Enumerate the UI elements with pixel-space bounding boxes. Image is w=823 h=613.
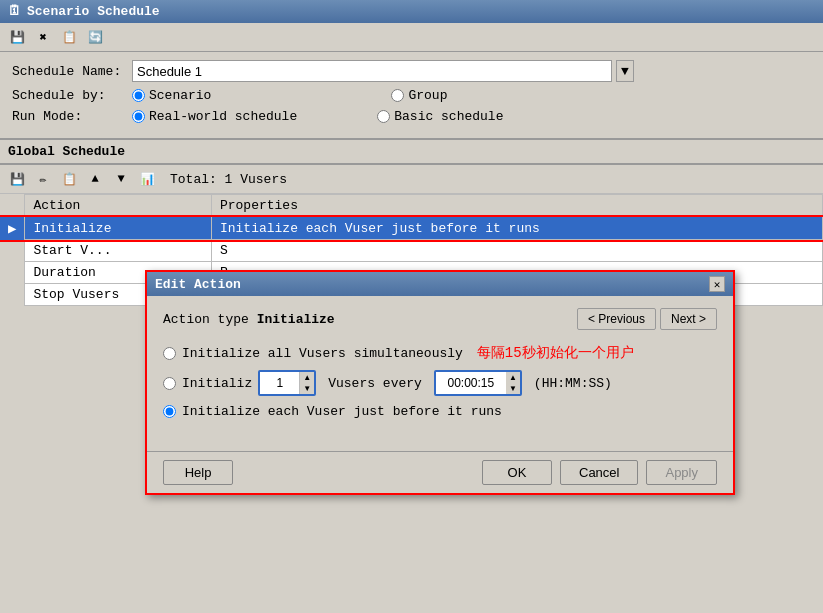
run-mode-basic: Basic schedule xyxy=(377,109,503,124)
edit-action-dialog: Edit Action ✕ Action type Initialize < P… xyxy=(145,270,735,495)
delete-icon[interactable]: ✖ xyxy=(32,26,54,48)
ok-button[interactable]: OK xyxy=(482,460,552,485)
next-button[interactable]: Next > xyxy=(660,308,717,330)
window-icon: 🗓 xyxy=(8,4,21,19)
run-mode-real-world: Real-world schedule xyxy=(132,109,297,124)
option-interval-label-prefix: Initializ xyxy=(182,376,252,391)
col-header-action: Action xyxy=(25,195,212,217)
schedule-by-group-label: Group xyxy=(408,88,447,103)
time-up-button[interactable]: ▲ xyxy=(506,372,520,383)
schedule-by-label: Schedule by: xyxy=(12,88,132,103)
footer-button-group: OK Cancel Apply xyxy=(482,460,717,485)
previous-button[interactable]: < Previous xyxy=(577,308,656,330)
schedule-name-row: Schedule Name: ▼ xyxy=(12,60,811,82)
gs-total-label: Total: 1 Vusers xyxy=(170,172,287,187)
spinner-arrows: ▲ ▼ xyxy=(300,372,314,394)
cancel-button[interactable]: Cancel xyxy=(560,460,638,485)
gs-up-icon[interactable]: ▲ xyxy=(84,168,106,190)
gs-chart-icon[interactable]: 📊 xyxy=(136,168,158,190)
time-input[interactable] xyxy=(436,372,506,394)
row-action-initialize: Initialize xyxy=(25,217,212,240)
row-properties-initialize: Initialize each Vuser just before it run… xyxy=(211,217,822,240)
run-mode-real-world-label: Real-world schedule xyxy=(149,109,297,124)
form-area: Schedule Name: ▼ Schedule by: Scenario G… xyxy=(0,52,823,138)
time-spinner-arrows: ▲ ▼ xyxy=(506,372,520,394)
gs-save-icon[interactable]: 💾 xyxy=(6,168,28,190)
time-spinner: ▲ ▼ xyxy=(434,370,522,396)
row-action-start: Start V... xyxy=(25,240,212,262)
apply-button[interactable]: Apply xyxy=(646,460,717,485)
title-bar: 🗓 Scenario Schedule xyxy=(0,0,823,23)
annotation-text: 每隔15秒初始化一个用户 xyxy=(477,344,634,362)
schedule-name-input-container: ▼ xyxy=(132,60,634,82)
run-mode-radio-group: Real-world schedule Basic schedule xyxy=(132,109,503,124)
action-type-label: Action type Initialize xyxy=(163,312,335,327)
schedule-name-label: Schedule Name: xyxy=(12,64,132,79)
save-icon[interactable]: 💾 xyxy=(6,26,28,48)
schedule-by-group: Group xyxy=(391,88,447,103)
global-schedule-header: Global Schedule xyxy=(0,138,823,165)
dialog-title-bar: Edit Action ✕ xyxy=(147,272,733,296)
row-properties-start: S xyxy=(211,240,822,262)
option-before-run-label: Initialize each Vuser just before it run… xyxy=(182,404,502,419)
vuser-count-input[interactable] xyxy=(260,372,300,394)
copy-icon[interactable]: 📋 xyxy=(58,26,80,48)
action-type-value: Initialize xyxy=(257,312,335,327)
option-all-simultaneously-label: Initialize all Vusers simultaneously xyxy=(182,346,463,361)
option-all-simultaneously-row: Initialize all Vusers simultaneously 每隔1… xyxy=(163,344,717,362)
gs-toolbar: 💾 ✏️ 📋 ▲ ▼ 📊 Total: 1 Vusers xyxy=(0,165,823,194)
global-schedule-title: Global Schedule xyxy=(8,144,125,159)
schedule-name-dropdown[interactable]: ▼ xyxy=(616,60,634,82)
time-down-button[interactable]: ▼ xyxy=(506,383,520,394)
col-header-properties: Properties xyxy=(211,195,822,217)
run-mode-basic-label: Basic schedule xyxy=(394,109,503,124)
run-mode-basic-radio[interactable] xyxy=(377,110,390,123)
nav-buttons: < Previous Next > xyxy=(577,308,717,330)
spinner-up-button[interactable]: ▲ xyxy=(300,372,314,383)
run-mode-label: Run Mode: xyxy=(12,109,132,124)
vuser-count-spinner: ▲ ▼ xyxy=(258,370,316,396)
dialog-close-button[interactable]: ✕ xyxy=(709,276,725,292)
run-mode-row: Run Mode: Real-world schedule Basic sche… xyxy=(12,109,811,124)
help-button[interactable]: Help xyxy=(163,460,233,485)
run-mode-real-world-radio[interactable] xyxy=(132,110,145,123)
schedule-by-scenario-label: Scenario xyxy=(149,88,211,103)
schedule-by-radio-group: Scenario Group xyxy=(132,88,447,103)
action-type-prefix: Action type xyxy=(163,312,249,327)
spinner-down-button[interactable]: ▼ xyxy=(300,383,314,394)
schedule-name-input[interactable] xyxy=(132,60,612,82)
main-toolbar: 💾 ✖ 📋 🔄 xyxy=(0,23,823,52)
schedule-by-row: Schedule by: Scenario Group xyxy=(12,88,811,103)
schedule-by-scenario-radio[interactable] xyxy=(132,89,145,102)
gs-edit-icon[interactable]: ✏️ xyxy=(32,168,54,190)
refresh-icon[interactable]: 🔄 xyxy=(84,26,106,48)
dialog-body: Action type Initialize < Previous Next >… xyxy=(147,296,733,439)
vusers-every-label: Vusers every xyxy=(328,376,422,391)
gs-down-icon[interactable]: ▼ xyxy=(110,168,132,190)
option-interval-row: Initializ ▲ ▼ Vusers every ▲ ▼ xyxy=(163,370,717,396)
dialog-footer: Help OK Cancel Apply xyxy=(147,451,733,493)
dialog-title: Edit Action xyxy=(155,277,241,292)
option-before-run-radio[interactable] xyxy=(163,405,176,418)
table-row[interactable]: ▶ Initialize Initialize each Vuser just … xyxy=(0,217,823,240)
table-row[interactable]: Start V... S xyxy=(0,240,823,262)
schedule-by-group-radio[interactable] xyxy=(391,89,404,102)
time-format-label: (HH:MM:SS) xyxy=(534,376,612,391)
schedule-by-scenario: Scenario xyxy=(132,88,211,103)
window-title: Scenario Schedule xyxy=(27,4,160,19)
option-all-simultaneously-radio[interactable] xyxy=(163,347,176,360)
option-before-run-row: Initialize each Vuser just before it run… xyxy=(163,404,717,419)
option-interval-radio[interactable] xyxy=(163,377,176,390)
gs-copy-icon[interactable]: 📋 xyxy=(58,168,80,190)
dialog-action-bar: Action type Initialize < Previous Next > xyxy=(163,308,717,330)
